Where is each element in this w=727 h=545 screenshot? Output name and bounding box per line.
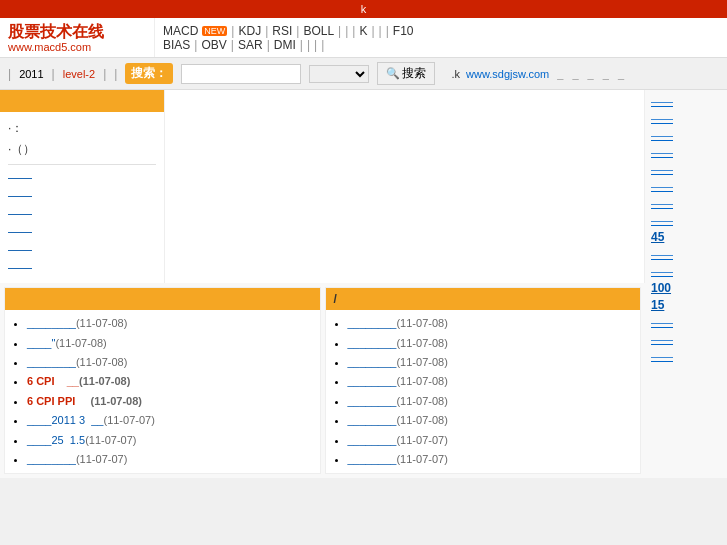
- k-prefix: .k: [451, 68, 460, 80]
- list-item: ________(11-07-08): [348, 314, 633, 333]
- search-input[interactable]: [181, 64, 301, 84]
- news-link[interactable]: ________(11-07-08): [348, 414, 448, 426]
- right-link-10[interactable]: ——: [651, 264, 721, 278]
- left-news-list: ________(11-07-08) ____"(11-07-08) _____…: [5, 310, 320, 473]
- nav-f10[interactable]: F10: [393, 24, 414, 38]
- list-item: 6 CPI PPI (11-07-08): [27, 392, 312, 411]
- search-label: 搜索：: [125, 63, 173, 84]
- news-link[interactable]: ________(11-07-08): [348, 375, 448, 387]
- right-side-panel: —— —— —— —— —— —— —— —— 45 —— —— 100 15 …: [645, 90, 727, 367]
- news-link[interactable]: ________(11-07-08): [348, 395, 448, 407]
- list-item: ________(11-07-08): [27, 314, 312, 333]
- logo-title: 股票技术在线: [8, 22, 146, 41]
- list-item: ________(11-07-07): [27, 450, 312, 469]
- sidebar-menu: ·： ·（） —— —— —— —— —— ——: [0, 112, 164, 283]
- sidebar-item-7[interactable]: ——: [8, 241, 156, 259]
- list-item: ____25 1.5(11-07-07): [27, 431, 312, 450]
- news-link[interactable]: ________(11-07-07): [348, 453, 448, 465]
- content-wrapper: ·： ·（） —— —— —— —— —— ——: [0, 90, 727, 283]
- news-link-red[interactable]: 6 CPI __(11-07-08): [27, 375, 130, 387]
- dashes: _ _ _ _ _: [557, 68, 627, 80]
- right-link-8[interactable]: ——: [651, 213, 721, 227]
- news-link[interactable]: ____"(11-07-08): [27, 337, 107, 349]
- search-dropdown[interactable]: [309, 65, 369, 83]
- news-link[interactable]: ________(11-07-08): [27, 356, 127, 368]
- sidebar-item-6[interactable]: ——: [8, 223, 156, 241]
- sidebar-item-1[interactable]: ·：: [8, 118, 156, 139]
- left-news-section: ________(11-07-08) ____"(11-07-08) _____…: [4, 287, 321, 474]
- news-link-red-2[interactable]: 6 CPI PPI (11-07-08): [27, 395, 142, 407]
- list-item: ________(11-07-08): [348, 392, 633, 411]
- search-button[interactable]: 🔍 搜索: [377, 62, 435, 85]
- nav-sar[interactable]: SAR: [238, 38, 263, 52]
- nav-macd[interactable]: MACD: [163, 24, 198, 38]
- sidebar-item-5[interactable]: ——: [8, 205, 156, 223]
- sidebar-sep-1: [8, 164, 156, 165]
- sidebar-item-8[interactable]: ——: [8, 259, 156, 277]
- list-item: ________(11-07-08): [348, 372, 633, 391]
- top-bar: k: [0, 0, 727, 18]
- news-sections: ________(11-07-08) ____"(11-07-08) _____…: [0, 283, 727, 478]
- right-link-6[interactable]: ——: [651, 179, 721, 193]
- nav-obv[interactable]: OBV: [201, 38, 226, 52]
- left-news-header: [5, 288, 320, 310]
- nav-rsi[interactable]: RSI: [272, 24, 292, 38]
- news-link[interactable]: ________(11-07-07): [348, 434, 448, 446]
- right-link-12[interactable]: ——: [651, 332, 721, 346]
- nav-row-2: BIAS | OBV | SAR | DMI | | | |: [163, 38, 719, 52]
- right-link-5[interactable]: ——: [651, 162, 721, 176]
- list-item: ________(11-07-08): [348, 353, 633, 372]
- nav-row-1: MACD NEW | KDJ | RSI | BOLL | | | K | | …: [163, 24, 719, 38]
- news-link[interactable]: ________(11-07-08): [348, 356, 448, 368]
- list-item: ________(11-07-07): [348, 431, 633, 450]
- right-link-9[interactable]: ——: [651, 247, 721, 261]
- list-item: 6 CPI __(11-07-08): [27, 372, 312, 391]
- right-link-11[interactable]: ——: [651, 315, 721, 329]
- center-content: [165, 90, 645, 283]
- sidebar-item-2[interactable]: ·（）: [8, 139, 156, 160]
- nav-boll[interactable]: BOLL: [303, 24, 334, 38]
- nav-links-area: MACD NEW | KDJ | RSI | BOLL | | | K | | …: [155, 20, 727, 56]
- top-bar-label: k: [361, 3, 367, 15]
- logo-area: 股票技术在线 www.macd5.com: [0, 18, 155, 57]
- sidebar-item-3[interactable]: ——: [8, 169, 156, 187]
- news-link[interactable]: ________(11-07-08): [348, 317, 448, 329]
- year-display: 2011: [19, 68, 43, 80]
- right-link-3[interactable]: ——: [651, 128, 721, 142]
- list-item: ________(11-07-07): [348, 450, 633, 469]
- left-sidebar: ·： ·（） —— —— —— —— —— ——: [0, 90, 165, 283]
- list-item: ____"(11-07-08): [27, 334, 312, 353]
- right-number-15: 15: [651, 298, 721, 312]
- right-link-13[interactable]: ——: [651, 349, 721, 363]
- right-link-7[interactable]: ——: [651, 196, 721, 210]
- right-news-section: / ________(11-07-08) ________(11-07-08) …: [325, 287, 642, 474]
- search-icon: 🔍: [386, 67, 400, 80]
- level-display: level-2: [63, 68, 95, 80]
- news-link[interactable]: ________(11-07-08): [27, 317, 127, 329]
- news-link[interactable]: ____2011 3 __(11-07-07): [27, 414, 155, 426]
- list-item: ________(11-07-08): [348, 411, 633, 430]
- right-news-header: /: [326, 288, 641, 310]
- external-site-link[interactable]: .k www.sdgjsw.com: [451, 68, 549, 80]
- sidebar-item-4[interactable]: ——: [8, 187, 156, 205]
- logo-subtitle: www.macd5.com: [8, 41, 146, 53]
- nav-bias[interactable]: BIAS: [163, 38, 190, 52]
- right-link-1[interactable]: ——: [651, 94, 721, 108]
- list-item: ________(11-07-08): [348, 334, 633, 353]
- list-item: ________(11-07-08): [27, 353, 312, 372]
- search-bar: | 2011 | level-2 | | 搜索： 🔍 搜索 .k www.sdg…: [0, 58, 727, 90]
- right-link-4[interactable]: ——: [651, 145, 721, 159]
- right-link-2[interactable]: ——: [651, 111, 721, 125]
- top-center-area: [165, 90, 645, 283]
- news-link[interactable]: ________(11-07-07): [27, 453, 127, 465]
- new-badge: NEW: [202, 26, 227, 36]
- nav-k[interactable]: K: [359, 24, 367, 38]
- right-number-100: 100: [651, 281, 721, 295]
- news-link[interactable]: ________(11-07-08): [348, 337, 448, 349]
- news-link[interactable]: ____25 1.5(11-07-07): [27, 434, 136, 446]
- nav-dmi[interactable]: DMI: [274, 38, 296, 52]
- right-number-45: 45: [651, 230, 721, 244]
- sidebar-header: [0, 90, 164, 112]
- nav-kdj[interactable]: KDJ: [238, 24, 261, 38]
- right-news-list: ________(11-07-08) ________(11-07-08) __…: [326, 310, 641, 473]
